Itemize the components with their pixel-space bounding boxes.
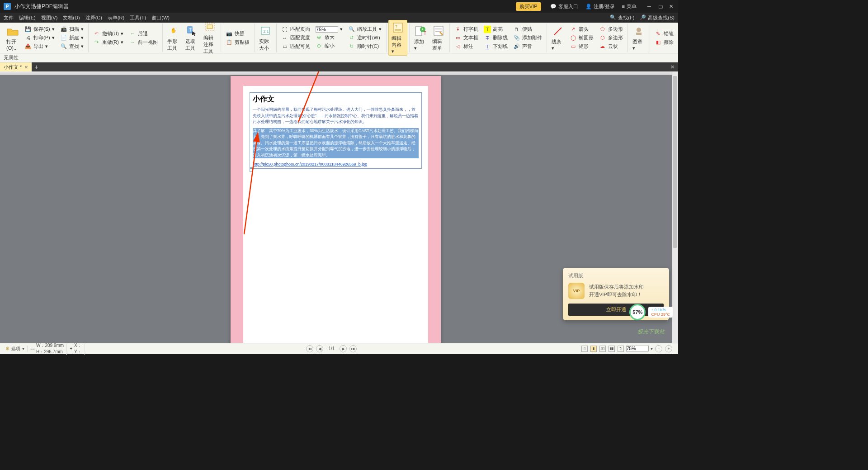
perimeter-button[interactable]: △周长 — [677, 34, 678, 42]
lines-button[interactable]: 线条 ▾ — [549, 24, 567, 52]
arrow-shape-button[interactable]: ↗箭头 — [568, 25, 595, 33]
zoom-in-footer-button[interactable]: + — [665, 345, 672, 352]
cloud-button[interactable]: ☁云状 — [597, 43, 625, 51]
support-button[interactable]: 💬客服入口 — [550, 3, 578, 10]
new-button[interactable]: 📄新建▾ — [58, 34, 85, 42]
view-facing-button[interactable]: ▯▯ — [599, 346, 606, 352]
fit-visible-button[interactable]: ▭匹配可见 — [279, 43, 312, 51]
undo-button[interactable]: ↶撤销(U)▾ — [91, 29, 125, 38]
first-page-button[interactable]: ⏮ — [306, 345, 313, 352]
last-page-button[interactable]: ⏭ — [349, 345, 357, 352]
add-tab-button[interactable]: + — [32, 63, 41, 71]
select-tool-button[interactable]: T选取工具 — [183, 24, 201, 52]
tab-document[interactable]: 小作文 * ✕ — [0, 62, 32, 71]
buy-vip-button[interactable]: 购买VIP — [516, 2, 541, 11]
chevron-down-icon[interactable]: ▾ — [651, 346, 653, 351]
view-single-button[interactable]: ▯ — [581, 346, 588, 352]
menu-view[interactable]: 视图(V) — [41, 14, 58, 21]
print-button[interactable]: 🖨打印(P)▾ — [23, 34, 57, 42]
menu-tools[interactable]: 工具(T) — [130, 14, 146, 21]
page-content[interactable]: 小作文 一个阳光明媚的早晨，我们参观了梅村污水处理场。进入大门，一阵阵恶臭扑鼻而… — [243, 86, 428, 343]
callout-button[interactable]: ◁标注 — [453, 43, 480, 51]
gear-icon[interactable]: ⚙ — [5, 346, 9, 351]
redo-button[interactable]: ↷重做(R)▾ — [91, 38, 125, 46]
doc-paragraph-1[interactable]: 一个阳光明媚的早晨，我们参观了梅村污水处理场。进入大门，一阵阵恶臭扑鼻而来，，首… — [253, 107, 419, 125]
vscroll-thumb[interactable] — [673, 76, 677, 248]
zoom-out-button[interactable]: ⊖缩小 — [314, 42, 344, 50]
maximize-button[interactable]: ▢ — [658, 4, 664, 9]
open-button[interactable]: 打开(O)... — [4, 24, 22, 52]
menu-window[interactable]: 窗口(W) — [151, 14, 170, 21]
doc-title[interactable]: 小作文 — [253, 95, 419, 104]
fit-width-button[interactable]: ↔匹配宽度 — [279, 34, 312, 42]
fit-page-button[interactable]: ⛶匹配页面 — [279, 25, 312, 33]
find-button[interactable]: 🔍查找(F) — [610, 14, 634, 21]
tabbar-close-button[interactable]: ✕ — [667, 64, 678, 70]
clipboard-button[interactable]: 📋剪贴板 — [224, 38, 251, 46]
menu-button[interactable]: ≡菜单 — [622, 3, 637, 10]
zoom-tool-button[interactable]: 🔍缩放工具▾ — [346, 25, 383, 33]
doc-paragraph-2-selected[interactable]: 具了解，其中70%为工业废水，30%为生活废水，设计采用CAST污水处理工艺。我… — [253, 128, 419, 159]
pencil-button[interactable]: ✎铅笔 — [653, 29, 675, 38]
next-page-button[interactable]: ▶ — [340, 345, 347, 352]
highlight-button[interactable]: T高亮 — [482, 25, 509, 33]
back-button[interactable]: ←后退 — [127, 29, 160, 38]
account-button[interactable]: 👤注册/登录 — [585, 3, 615, 10]
strikeout-button[interactable]: T删除线 — [482, 34, 509, 42]
textbox-button[interactable]: ▭文本框 — [453, 34, 480, 42]
rect-button[interactable]: ▭矩形 — [568, 43, 595, 51]
area-button[interactable]: ▱面积 — [677, 43, 678, 51]
document-area[interactable]: 小作文 一个阳光明媚的早晨，我们参观了梅村污水处理场。进入大门，一阵阵恶臭扑鼻而… — [0, 71, 678, 343]
footer-zoom-input[interactable] — [626, 346, 649, 351]
view-rotate-button[interactable]: ↻ — [618, 346, 624, 352]
sound-button[interactable]: 🔊声音 — [511, 43, 544, 51]
distance-button[interactable]: ↔距离 — [677, 25, 678, 33]
advanced-find-button[interactable]: 🔎高级查找(S) — [640, 14, 675, 21]
add-button[interactable]: +T添加 ▾ — [411, 24, 429, 52]
vscrollbar[interactable] — [672, 71, 678, 343]
snapshot-button[interactable]: 📷快照 — [224, 29, 251, 38]
zoom-in-button[interactable]: ⊕放大 — [314, 33, 344, 42]
edit-form-button[interactable]: 编辑表单 — [429, 24, 448, 52]
export-button[interactable]: 📤导出▾ — [23, 43, 57, 51]
prev-page-button[interactable]: ◀ — [316, 345, 323, 352]
tab-close-button[interactable]: ✕ — [24, 65, 28, 70]
menu-edit[interactable]: 编辑(E) — [19, 14, 36, 21]
eraser-button[interactable]: ◧擦除 — [653, 38, 675, 46]
scan-button[interactable]: 📠扫描▾ — [58, 25, 85, 33]
doc-link[interactable]: http://pic50.photophoto.cn/20190217/0008… — [253, 162, 367, 166]
menu-document[interactable]: 文档(D) — [63, 14, 80, 21]
zoom-out-footer-button[interactable]: − — [655, 345, 662, 352]
view-continuous-button[interactable]: ▮ — [590, 346, 597, 352]
prevview-button[interactable]: →前一视图 — [127, 38, 160, 46]
actual-size-button[interactable]: 1:1实际大小 — [256, 24, 274, 52]
attach-button[interactable]: 📎添加附件 — [511, 34, 544, 42]
edit-text-box[interactable]: 小作文 一个阳光明媚的早晨，我们参观了梅村污水处理场。进入大门，一阵阵恶臭扑鼻而… — [250, 92, 422, 169]
minimize-button[interactable]: ─ — [647, 4, 653, 9]
edit-content-button[interactable]: T编辑内容 ▾ — [388, 20, 407, 56]
typewriter-button[interactable]: Ŧ打字机 — [453, 25, 480, 33]
system-percent[interactable]: 57% — [629, 304, 646, 320]
note-button[interactable]: 🗒便贴 — [511, 25, 544, 33]
zoom-input[interactable] — [316, 26, 338, 33]
menu-comment[interactable]: 注释(C) — [85, 14, 102, 21]
underline-button[interactable]: T下划线 — [482, 43, 509, 51]
edit-comment-tool-button[interactable]: 编辑注释工具 — [201, 20, 219, 56]
chevron-down-icon[interactable]: ▾ — [340, 26, 343, 32]
rotate-cw-button[interactable]: ↻顺时针(C) — [346, 43, 383, 51]
hscrollbar[interactable] — [0, 71, 672, 75]
rotate-ccw-button[interactable]: ↺逆时针(W) — [346, 34, 383, 42]
save-button[interactable]: 💾保存(S)▾ — [23, 25, 57, 33]
stamp-button[interactable]: 图章 ▾ — [630, 24, 648, 52]
menu-form[interactable]: 表单(R) — [108, 14, 124, 21]
view-facing-cont-button[interactable]: ▮▮ — [609, 346, 615, 352]
hand-tool-button[interactable]: ✋手形工具 — [165, 24, 183, 52]
close-button[interactable]: ✕ — [669, 4, 675, 9]
chevron-down-icon[interactable]: ▾ — [22, 346, 24, 351]
options-button[interactable]: 选项 — [11, 346, 20, 352]
system-netbox[interactable]: ↑ 0.1K/s CPU 29°C — [648, 307, 673, 318]
find-toolbar-button[interactable]: 🔍查找▾ — [58, 43, 85, 51]
polygon-button[interactable]: ⬠多边形 — [597, 25, 625, 33]
menu-file[interactable]: 文件 — [4, 14, 14, 21]
polygon2-button[interactable]: ⬡多边形 — [597, 34, 625, 42]
